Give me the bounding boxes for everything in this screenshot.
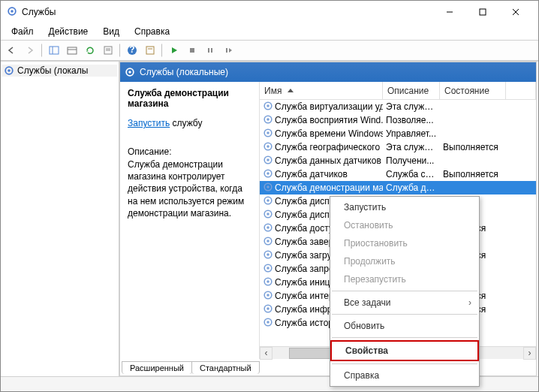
- tab-standard[interactable]: Стандартный: [191, 361, 260, 374]
- maximize-button[interactable]: [466, 1, 499, 23]
- help-button[interactable]: ?: [124, 42, 140, 59]
- svg-rect-19: [211, 48, 212, 53]
- restart-service-button[interactable]: [220, 42, 236, 59]
- service-row[interactable]: Служба географического ...Эта служб...Вы…: [260, 140, 536, 154]
- scroll-left-arrow[interactable]: ‹: [260, 347, 273, 360]
- menubar: Файл Действие Вид Справка: [1, 23, 538, 40]
- gear-icon: [263, 141, 273, 154]
- separator: [161, 44, 163, 57]
- svg-point-46: [266, 240, 270, 243]
- cell-name-text: Служба диспет: [275, 196, 339, 207]
- close-button[interactable]: [499, 1, 532, 23]
- column-state[interactable]: Состояние: [440, 82, 506, 99]
- list-header: Службы (локальные): [120, 62, 536, 82]
- cell-name: Служба данных датчиков: [260, 155, 383, 167]
- gear-icon: [263, 155, 273, 167]
- gear-icon: [263, 128, 273, 140]
- description-label: Описание:: [128, 146, 251, 157]
- service-row[interactable]: Служба данных датчиковПолучени...: [260, 154, 536, 167]
- grid-header: Имя Описание Состояние: [260, 82, 536, 100]
- svg-point-54: [266, 294, 270, 297]
- cell-name: Служба демонстрации ма...: [260, 182, 383, 194]
- svg-rect-20: [226, 48, 227, 53]
- svg-text:?: ?: [129, 45, 134, 55]
- pause-service-button[interactable]: [202, 42, 218, 59]
- gear-icon: [263, 303, 273, 316]
- column-description[interactable]: Описание: [383, 82, 440, 99]
- ctx-help[interactable]: Справка: [330, 366, 479, 384]
- ctx-properties[interactable]: Свойства: [330, 340, 479, 361]
- menu-action[interactable]: Действие: [43, 25, 95, 38]
- forward-button[interactable]: [22, 42, 38, 59]
- svg-point-58: [266, 321, 270, 324]
- svg-rect-18: [208, 48, 209, 53]
- svg-point-40: [266, 199, 270, 202]
- svg-point-36: [266, 172, 270, 175]
- cell-name-text: Служба датчиков: [275, 169, 348, 179]
- menu-file[interactable]: Файл: [5, 25, 40, 38]
- export-list-button[interactable]: [64, 42, 80, 59]
- toolbar: ?: [1, 40, 538, 61]
- svg-rect-3: [480, 9, 486, 15]
- gear-icon: [263, 290, 273, 303]
- gear-icon: [263, 182, 273, 194]
- gear-icon: [263, 276, 273, 289]
- stop-service-button[interactable]: [184, 42, 200, 59]
- cell-name-text: Служба достуг: [275, 223, 336, 234]
- titlebar: Службы: [1, 1, 538, 23]
- gear-icon: [263, 114, 273, 127]
- cell-name: Служба времени Windows: [260, 128, 383, 140]
- cell-state: Выполняется: [440, 142, 506, 152]
- minimize-button[interactable]: [433, 1, 466, 23]
- gear-icon: [263, 168, 273, 181]
- properties-button[interactable]: [100, 42, 116, 59]
- cell-name: Служба восприятия Wind...: [260, 114, 383, 127]
- cell-description: Эта служб...: [383, 142, 440, 152]
- column-extra[interactable]: [506, 82, 536, 99]
- ctx-all-tasks[interactable]: Все задачи: [330, 294, 479, 312]
- refresh-button[interactable]: [82, 42, 98, 59]
- svg-point-24: [128, 71, 131, 74]
- svg-point-38: [266, 185, 270, 188]
- cell-name: Служба виртуализации уд...: [260, 101, 383, 113]
- start-service-suffix: службу: [170, 118, 202, 128]
- cell-name-text: Служба загруз: [275, 250, 336, 261]
- list-header-title: Службы (локальные): [140, 67, 228, 77]
- ctx-refresh[interactable]: Обновить: [330, 317, 479, 335]
- show-hide-tree-button[interactable]: [46, 42, 62, 59]
- ctx-stop: Остановить: [330, 216, 479, 234]
- cell-name-text: Служба восприятия Wind...: [275, 115, 383, 125]
- column-name[interactable]: Имя: [260, 82, 383, 99]
- service-row[interactable]: Служба датчиковСлужба се...Выполняется: [260, 167, 536, 181]
- ctx-separator: [332, 337, 477, 338]
- service-row[interactable]: Служба времени WindowsУправляет...: [260, 127, 536, 140]
- cell-name-text: Служба запрос: [275, 264, 339, 274]
- svg-point-22: [8, 69, 11, 72]
- cell-name-text: Служба истори: [275, 318, 339, 328]
- service-row[interactable]: Служба восприятия Wind...Позволяе...: [260, 113, 536, 127]
- tree-item-services-local[interactable]: Службы (локалы: [2, 65, 117, 77]
- svg-rect-6: [50, 47, 59, 54]
- context-menu: Запустить Остановить Приостановить Продо…: [330, 196, 480, 387]
- help-topics-button[interactable]: [142, 42, 158, 59]
- back-button[interactable]: [4, 42, 20, 59]
- service-row[interactable]: Служба виртуализации уд...Эта служб...: [260, 100, 536, 113]
- ctx-start[interactable]: Запустить: [330, 198, 479, 216]
- start-service-button[interactable]: [166, 42, 182, 59]
- scroll-right-arrow[interactable]: ›: [523, 347, 536, 360]
- svg-point-48: [266, 253, 270, 256]
- menu-view[interactable]: Вид: [97, 25, 125, 38]
- svg-point-56: [266, 307, 270, 310]
- service-row[interactable]: Служба демонстрации ма...Служба де...: [260, 181, 536, 194]
- cell-description: Эта служб...: [383, 101, 440, 112]
- tab-extended[interactable]: Расширенный: [122, 361, 192, 374]
- menu-help[interactable]: Справка: [128, 25, 176, 38]
- cell-name: Служба датчиков: [260, 168, 383, 181]
- svg-point-42: [266, 213, 270, 216]
- start-service-link[interactable]: Запустить: [128, 118, 170, 128]
- ctx-pause: Приостановить: [330, 234, 479, 252]
- tree-pane: Службы (локалы: [1, 62, 119, 376]
- cell-name-text: Служба инфра: [275, 304, 337, 315]
- cell-name-text: Служба данных датчиков: [275, 155, 381, 166]
- services-icon: [4, 65, 14, 76]
